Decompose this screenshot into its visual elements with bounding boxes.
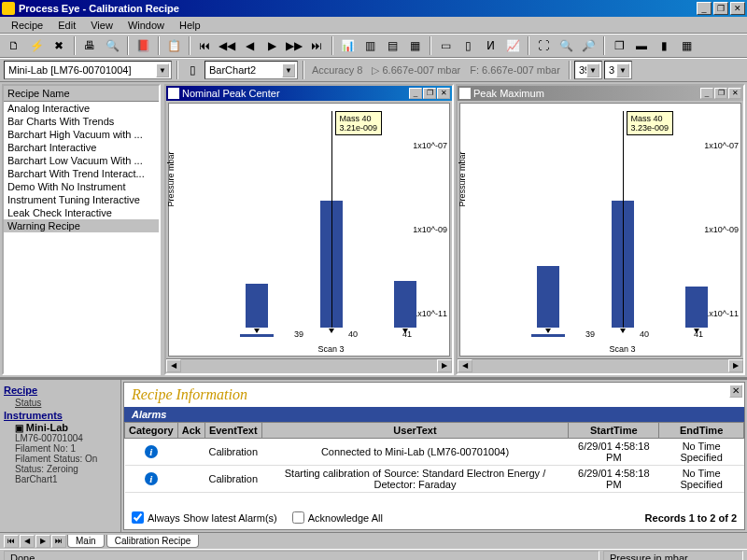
zoom-chart-icon[interactable]: ⛶ xyxy=(533,35,554,56)
chart-plot-area[interactable]: Pressure mbar1x10^-111x10^-091x10^-07Mas… xyxy=(459,103,741,357)
tab-calibration-recipe[interactable]: Calibration Recipe xyxy=(106,535,200,548)
menu-edit[interactable]: Edit xyxy=(50,18,83,33)
sidebar-item[interactable]: Instrument Tuning Interactive xyxy=(4,193,159,206)
tab-first-icon[interactable]: ⏮ xyxy=(4,535,19,548)
table-header[interactable]: StartTime xyxy=(569,423,659,439)
chart-type4-icon[interactable]: ▦ xyxy=(404,35,425,56)
nav-instrument-name[interactable]: ▣ Mini-Lab xyxy=(4,422,117,433)
alarms-heading: Alarms xyxy=(124,407,744,422)
tab-prev-icon[interactable]: ◀ xyxy=(20,535,35,548)
sidebar-item[interactable]: Demo With No Instrument xyxy=(4,180,159,193)
sidebar-item[interactable]: Bar Charts With Trends xyxy=(4,115,159,128)
sidebar-item[interactable]: Barchart High Vacuum with ... xyxy=(4,128,159,141)
chart-plot-area[interactable]: Pressure mbar1x10^-111x10^-091x10^-07Mas… xyxy=(168,103,450,357)
maximize-button[interactable]: ❐ xyxy=(713,2,728,15)
barchart-icon[interactable]: ▯ xyxy=(182,60,203,80)
first-icon[interactable]: ⏮ xyxy=(194,35,215,56)
zoom-in-icon[interactable]: 🔍 xyxy=(556,35,576,56)
tool-a-icon[interactable]: ▭ xyxy=(435,35,456,56)
scroll-left-icon[interactable]: ◀ xyxy=(458,359,472,372)
menu-view[interactable]: View xyxy=(83,18,120,33)
copy-icon[interactable]: 📋 xyxy=(163,35,184,56)
fwd-icon[interactable]: ▶▶ xyxy=(284,35,304,56)
always-show-checkbox[interactable]: Always Show latest Alarm(s) xyxy=(132,511,277,524)
records-label: Records 1 to 2 of 2 xyxy=(645,512,737,524)
chart-icon xyxy=(168,88,179,99)
chart-max-button[interactable]: ❐ xyxy=(714,88,727,99)
table-row[interactable]: iCalibrationConnected to Mini-Lab (LM76-… xyxy=(125,439,744,466)
tile-h-icon[interactable]: ▬ xyxy=(631,35,652,56)
chart-close-button[interactable]: ✕ xyxy=(437,88,450,99)
preview-icon[interactable]: 🔍 xyxy=(102,35,122,56)
tile-v-icon[interactable]: ▮ xyxy=(654,35,674,56)
scroll-right-icon[interactable]: ▶ xyxy=(437,359,452,372)
chart-type2-icon[interactable]: ▥ xyxy=(359,35,380,56)
chart-bar[interactable] xyxy=(537,266,559,328)
chart-min-button[interactable]: _ xyxy=(409,88,422,99)
tab-last-icon[interactable]: ⏭ xyxy=(51,535,66,548)
menu-recipe[interactable]: Recipe xyxy=(4,18,50,33)
prev-icon[interactable]: ◀◀ xyxy=(217,35,237,56)
menu-window[interactable]: Window xyxy=(120,18,172,33)
recipe-list[interactable]: Analog InteractiveBar Charts With Trends… xyxy=(4,102,159,373)
instrument-combo[interactable]: Mini-Lab [LM76-00701004] xyxy=(4,61,172,79)
sidebar-item[interactable]: Analog Interactive xyxy=(4,102,159,115)
tab-main[interactable]: Main xyxy=(67,535,105,548)
wand-icon[interactable]: ⚡ xyxy=(26,35,47,56)
spin-mass[interactable]: 39 xyxy=(574,61,602,79)
tab-strip: ⏮ ◀ ▶ ⏭ Main Calibration Recipe xyxy=(0,532,747,549)
new-icon[interactable]: 🗋 xyxy=(4,35,24,56)
chart-bar[interactable] xyxy=(685,287,708,328)
chart-close-button[interactable]: ✕ xyxy=(728,88,741,99)
cascade-icon[interactable]: ❐ xyxy=(609,35,629,56)
table-header[interactable]: UserText xyxy=(261,423,569,439)
menu-help[interactable]: Help xyxy=(172,18,208,33)
chart-max-button[interactable]: ❐ xyxy=(423,88,436,99)
chart-min-button[interactable]: _ xyxy=(700,88,713,99)
nav-status[interactable]: Status xyxy=(4,397,117,409)
chart-select-combo[interactable]: BarChart2 xyxy=(204,61,298,79)
chart-type1-icon[interactable]: 📊 xyxy=(337,35,358,56)
recipe-sidebar: Recipe Name Analog InteractiveBar Charts… xyxy=(2,84,161,375)
last-icon[interactable]: ⏭ xyxy=(306,35,327,56)
chart-callout: Mass 403.21e-009 xyxy=(335,111,383,135)
minimize-button[interactable]: _ xyxy=(697,2,712,15)
print-icon[interactable]: 🖶 xyxy=(79,35,100,56)
nav-instruments[interactable]: Instruments xyxy=(4,409,117,422)
sidebar-item[interactable]: Leak Check Interactive xyxy=(4,206,159,219)
tool-c-icon[interactable]: ⵍ xyxy=(480,35,500,56)
ack-all-checkbox[interactable]: Acknowledge All xyxy=(292,511,383,524)
spin-scan[interactable]: 3 xyxy=(604,61,632,79)
back-icon[interactable]: ◀ xyxy=(239,35,260,56)
arrange-icon[interactable]: ▦ xyxy=(676,35,697,56)
tab-next-icon[interactable]: ▶ xyxy=(35,535,50,548)
sidebar-item[interactable]: Barchart With Trend Interact... xyxy=(4,167,159,180)
chart-bar[interactable] xyxy=(246,284,268,328)
sidebar-item[interactable]: Barchart Interactive xyxy=(4,141,159,154)
panel-heading: Recipe Information xyxy=(124,383,744,407)
book-icon[interactable]: 📕 xyxy=(133,35,153,56)
sidebar-item[interactable]: Warning Recipe xyxy=(4,219,159,232)
scroll-left-icon[interactable]: ◀ xyxy=(166,359,181,372)
scroll-right-icon[interactable]: ▶ xyxy=(728,359,743,372)
nav-instrument-id: LM76-00701004 xyxy=(4,433,117,443)
stop-icon[interactable]: ✖ xyxy=(49,35,69,56)
chart-bar[interactable] xyxy=(394,281,416,328)
table-header[interactable]: EndTime xyxy=(659,423,744,439)
table-header[interactable]: Category xyxy=(125,423,178,439)
x-tick: 40 xyxy=(348,329,358,339)
chart-type3-icon[interactable]: ▤ xyxy=(382,35,402,56)
table-row[interactable]: iCalibrationStarting calibration of Sour… xyxy=(125,466,744,493)
tool-b-icon[interactable]: ▯ xyxy=(458,35,478,56)
tool-d-icon[interactable]: 📈 xyxy=(502,35,523,56)
zoom-out-icon[interactable]: 🔎 xyxy=(578,35,599,56)
panel-close-button[interactable]: ✕ xyxy=(729,385,742,398)
sidebar-item[interactable]: Barchart Low Vacuum With ... xyxy=(4,154,159,167)
table-header[interactable]: EventText xyxy=(204,423,261,439)
sidebar-header: Recipe Name xyxy=(4,86,159,102)
table-header[interactable]: Ack xyxy=(177,423,204,439)
nav-recipe[interactable]: Recipe xyxy=(4,384,117,397)
nav-filament-no: Filament No: 1 xyxy=(4,443,117,454)
close-button[interactable]: ✕ xyxy=(730,2,745,15)
play-icon[interactable]: ▶ xyxy=(261,35,282,56)
